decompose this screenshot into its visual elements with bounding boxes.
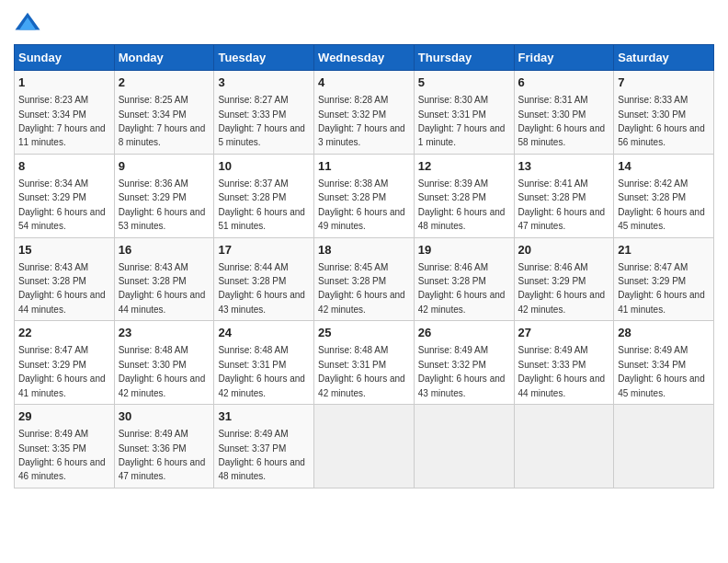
day-info: Sunrise: 8:34 AMSunset: 3:29 PMDaylight:… <box>18 178 106 231</box>
day-info: Sunrise: 8:47 AMSunset: 3:29 PMDaylight:… <box>618 262 705 315</box>
calendar-week-2: 8 Sunrise: 8:34 AMSunset: 3:29 PMDayligh… <box>15 154 714 237</box>
calendar-week-3: 15 Sunrise: 8:43 AMSunset: 3:28 PMDaylig… <box>15 237 714 321</box>
calendar-cell: 22 Sunrise: 8:47 AMSunset: 3:29 PMDaylig… <box>15 321 115 405</box>
day-number: 31 <box>218 408 310 425</box>
day-info: Sunrise: 8:41 AMSunset: 3:28 PMDaylight:… <box>518 178 606 231</box>
calendar-cell <box>314 405 415 488</box>
day-number: 26 <box>418 325 510 341</box>
day-number: 23 <box>119 325 210 341</box>
day-info: Sunrise: 8:43 AMSunset: 3:28 PMDaylight:… <box>18 262 106 315</box>
day-info: Sunrise: 8:45 AMSunset: 3:28 PMDaylight:… <box>318 262 405 315</box>
day-info: Sunrise: 8:49 AMSunset: 3:37 PMDaylight:… <box>218 429 305 481</box>
day-number: 22 <box>18 325 110 341</box>
logo-icon <box>14 9 41 37</box>
day-number: 14 <box>618 158 710 175</box>
calendar-week-4: 22 Sunrise: 8:47 AMSunset: 3:29 PMDaylig… <box>15 321 714 405</box>
day-info: Sunrise: 8:23 AMSunset: 3:34 PMDaylight:… <box>18 95 106 147</box>
calendar-week-5: 29 Sunrise: 8:49 AMSunset: 3:35 PMDaylig… <box>15 405 714 488</box>
day-number: 7 <box>618 75 710 91</box>
calendar-cell <box>414 405 514 488</box>
day-number: 18 <box>318 242 410 259</box>
calendar-cell: 1 Sunrise: 8:23 AMSunset: 3:34 PMDayligh… <box>15 71 115 155</box>
calendar-cell: 7 Sunrise: 8:33 AMSunset: 3:30 PMDayligh… <box>614 71 714 155</box>
day-number: 21 <box>618 242 710 259</box>
day-info: Sunrise: 8:48 AMSunset: 3:30 PMDaylight:… <box>119 345 206 397</box>
day-number: 24 <box>218 325 310 341</box>
calendar-cell <box>614 405 714 488</box>
day-info: Sunrise: 8:28 AMSunset: 3:32 PMDaylight:… <box>318 95 405 147</box>
day-info: Sunrise: 8:49 AMSunset: 3:35 PMDaylight:… <box>18 429 106 481</box>
calendar-cell <box>514 405 614 488</box>
calendar-cell: 13 Sunrise: 8:41 AMSunset: 3:28 PMDaylig… <box>514 154 614 237</box>
weekday-header-thursday: Thursday <box>414 45 514 71</box>
day-info: Sunrise: 8:43 AMSunset: 3:28 PMDaylight:… <box>119 262 206 315</box>
calendar-cell: 17 Sunrise: 8:44 AMSunset: 3:28 PMDaylig… <box>214 237 314 321</box>
day-number: 27 <box>518 325 610 341</box>
calendar-cell: 9 Sunrise: 8:36 AMSunset: 3:29 PMDayligh… <box>114 154 214 237</box>
day-number: 6 <box>518 75 610 91</box>
day-number: 10 <box>218 158 310 175</box>
day-info: Sunrise: 8:48 AMSunset: 3:31 PMDaylight:… <box>318 345 405 397</box>
day-number: 29 <box>18 408 110 425</box>
day-info: Sunrise: 8:49 AMSunset: 3:32 PMDaylight:… <box>418 345 506 397</box>
calendar-cell: 27 Sunrise: 8:49 AMSunset: 3:33 PMDaylig… <box>514 321 614 405</box>
day-number: 11 <box>318 158 410 175</box>
calendar-cell: 12 Sunrise: 8:39 AMSunset: 3:28 PMDaylig… <box>414 154 514 237</box>
day-number: 4 <box>318 75 410 91</box>
day-info: Sunrise: 8:37 AMSunset: 3:28 PMDaylight:… <box>218 178 305 231</box>
day-info: Sunrise: 8:49 AMSunset: 3:34 PMDaylight:… <box>618 345 705 397</box>
calendar-cell: 18 Sunrise: 8:45 AMSunset: 3:28 PMDaylig… <box>314 237 415 321</box>
calendar-cell: 11 Sunrise: 8:38 AMSunset: 3:28 PMDaylig… <box>314 154 415 237</box>
day-number: 1 <box>18 75 110 91</box>
calendar-cell: 24 Sunrise: 8:48 AMSunset: 3:31 PMDaylig… <box>214 321 314 405</box>
page-header <box>14 9 714 37</box>
day-info: Sunrise: 8:27 AMSunset: 3:33 PMDaylight:… <box>218 95 305 147</box>
day-info: Sunrise: 8:49 AMSunset: 3:36 PMDaylight:… <box>119 429 206 481</box>
day-number: 5 <box>418 75 510 91</box>
calendar-cell: 14 Sunrise: 8:42 AMSunset: 3:28 PMDaylig… <box>614 154 714 237</box>
calendar-cell: 2 Sunrise: 8:25 AMSunset: 3:34 PMDayligh… <box>114 71 214 155</box>
calendar-week-1: 1 Sunrise: 8:23 AMSunset: 3:34 PMDayligh… <box>15 71 714 155</box>
day-number: 13 <box>518 158 610 175</box>
day-number: 12 <box>418 158 510 175</box>
weekday-header-tuesday: Tuesday <box>214 45 314 71</box>
day-info: Sunrise: 8:30 AMSunset: 3:31 PMDaylight:… <box>418 95 506 147</box>
day-info: Sunrise: 8:46 AMSunset: 3:29 PMDaylight:… <box>518 262 606 315</box>
day-number: 9 <box>119 158 210 175</box>
calendar-cell: 29 Sunrise: 8:49 AMSunset: 3:35 PMDaylig… <box>15 405 115 488</box>
header-row: SundayMondayTuesdayWednesdayThursdayFrid… <box>15 45 714 71</box>
day-info: Sunrise: 8:47 AMSunset: 3:29 PMDaylight:… <box>18 345 106 397</box>
day-number: 30 <box>119 408 210 425</box>
calendar-cell: 20 Sunrise: 8:46 AMSunset: 3:29 PMDaylig… <box>514 237 614 321</box>
day-info: Sunrise: 8:44 AMSunset: 3:28 PMDaylight:… <box>218 262 305 315</box>
day-number: 28 <box>618 325 710 341</box>
day-info: Sunrise: 8:36 AMSunset: 3:29 PMDaylight:… <box>119 178 206 231</box>
day-number: 8 <box>18 158 110 175</box>
day-info: Sunrise: 8:48 AMSunset: 3:31 PMDaylight:… <box>218 345 305 397</box>
day-number: 25 <box>318 325 410 341</box>
calendar-cell: 30 Sunrise: 8:49 AMSunset: 3:36 PMDaylig… <box>114 405 214 488</box>
day-number: 3 <box>218 75 310 91</box>
calendar-cell: 21 Sunrise: 8:47 AMSunset: 3:29 PMDaylig… <box>614 237 714 321</box>
calendar-cell: 16 Sunrise: 8:43 AMSunset: 3:28 PMDaylig… <box>114 237 214 321</box>
day-info: Sunrise: 8:46 AMSunset: 3:28 PMDaylight:… <box>418 262 506 315</box>
weekday-header-saturday: Saturday <box>614 45 714 71</box>
weekday-header-friday: Friday <box>514 45 614 71</box>
calendar-cell: 25 Sunrise: 8:48 AMSunset: 3:31 PMDaylig… <box>314 321 415 405</box>
logo <box>14 9 45 37</box>
calendar-cell: 5 Sunrise: 8:30 AMSunset: 3:31 PMDayligh… <box>414 71 514 155</box>
weekday-header-sunday: Sunday <box>15 45 115 71</box>
day-info: Sunrise: 8:25 AMSunset: 3:34 PMDaylight:… <box>119 95 206 147</box>
calendar-cell: 6 Sunrise: 8:31 AMSunset: 3:30 PMDayligh… <box>514 71 614 155</box>
day-info: Sunrise: 8:38 AMSunset: 3:28 PMDaylight:… <box>318 178 405 231</box>
day-number: 19 <box>418 242 510 259</box>
day-info: Sunrise: 8:31 AMSunset: 3:30 PMDaylight:… <box>518 95 606 147</box>
calendar-cell: 8 Sunrise: 8:34 AMSunset: 3:29 PMDayligh… <box>15 154 115 237</box>
calendar-cell: 28 Sunrise: 8:49 AMSunset: 3:34 PMDaylig… <box>614 321 714 405</box>
day-number: 16 <box>119 242 210 259</box>
day-number: 2 <box>119 75 210 91</box>
calendar-cell: 19 Sunrise: 8:46 AMSunset: 3:28 PMDaylig… <box>414 237 514 321</box>
calendar-cell: 23 Sunrise: 8:48 AMSunset: 3:30 PMDaylig… <box>114 321 214 405</box>
day-info: Sunrise: 8:39 AMSunset: 3:28 PMDaylight:… <box>418 178 506 231</box>
calendar-cell: 10 Sunrise: 8:37 AMSunset: 3:28 PMDaylig… <box>214 154 314 237</box>
